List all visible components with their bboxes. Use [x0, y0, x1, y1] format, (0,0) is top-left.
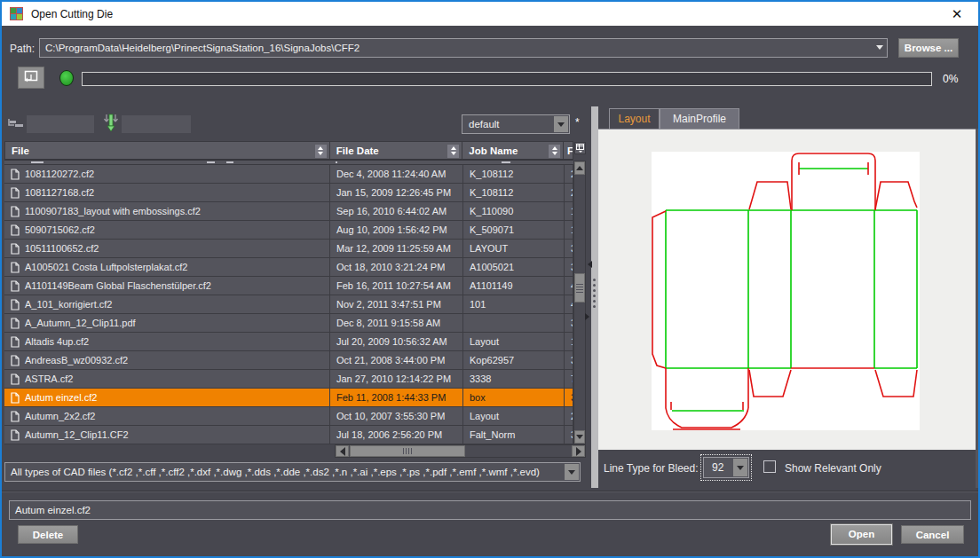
- cell-job-name: K_509071: [463, 221, 565, 239]
- scroll-down-button[interactable]: [574, 430, 585, 444]
- table-row[interactable]: A1101149Beam Global Flaschenstülper.cf2 …: [4, 277, 573, 295]
- table-row[interactable]: Autum einzel.cf2 Feb 11, 2008 1:44:33 PM…: [4, 389, 573, 407]
- table-row[interactable]: Altadis 4up.cf2 Jul 20, 2009 10:56:32 AM…: [4, 333, 573, 351]
- cell-fil-count: 3: [565, 389, 573, 406]
- cell-fil-count: 3: [565, 314, 573, 332]
- path-label: Path:: [10, 43, 35, 55]
- table-vertical-scrollbar[interactable]: [573, 161, 586, 444]
- cell-file-name: A1101149Beam Global Flaschenstülper.cf2: [25, 280, 211, 291]
- chevron-down-icon[interactable]: [876, 45, 883, 53]
- job-filter-input[interactable]: [122, 115, 191, 133]
- scroll-up-button[interactable]: [574, 161, 585, 175]
- cell-file-date: Sep 16, 2010 6:44:02 AM: [330, 202, 463, 220]
- delete-button[interactable]: Delete: [18, 525, 78, 544]
- column-header-fil[interactable]: Fil: [564, 142, 573, 159]
- table-row[interactable]: A1005021 Costa Luftpolsterplakat.cf2 Oct…: [4, 258, 573, 277]
- table-row[interactable]: Autumn_12_Clip11.CF2 Jul 18, 2006 2:56:2…: [4, 426, 573, 444]
- monitor-arrow-icon: [23, 70, 39, 85]
- column-config-button[interactable]: [574, 142, 586, 154]
- tab-layout[interactable]: Layout: [609, 108, 660, 129]
- table-row[interactable]: ASTRA.cf2 Jan 27, 2010 12:14:22 PM 3338 …: [4, 370, 573, 389]
- file-table-header: File File Date Job Name Fil: [4, 141, 573, 161]
- scroll-right-button[interactable]: [572, 445, 585, 457]
- cell-file-name: A_Autumn_12_Clip11.pdf: [25, 318, 136, 328]
- collapse-right-icon[interactable]: [585, 313, 593, 320]
- table-row[interactable]: A_101_korrigiert.cf2 Nov 2, 2011 3:47:51…: [4, 295, 573, 314]
- cell-file-name: A1005021 Costa Luftpolsterplakat.cf2: [25, 262, 187, 272]
- sort-toggle-icon[interactable]: [549, 145, 560, 158]
- cancel-button[interactable]: Cancel: [901, 525, 964, 544]
- table-row[interactable]: 10511100652.cf2 Mar 12, 2009 11:25:59 AM…: [4, 240, 573, 258]
- table-row[interactable]: 1081120272.cf2 Dec 4, 2008 11:24:40 AM K…: [4, 165, 573, 184]
- bleed-label: Line Type for Bleed:: [604, 462, 699, 475]
- file-type-value: All types of CAD files (*.cf2 ,*.cff ,*.…: [11, 467, 540, 477]
- profile-modified-marker: *: [575, 116, 580, 129]
- preview-panel-edge: [976, 129, 980, 488]
- cell-file-name: 5090715062.cf2: [25, 224, 95, 235]
- column-header-file[interactable]: File: [5, 142, 330, 159]
- title-bar[interactable]: Open Cutting Die ✕: [2, 2, 978, 26]
- sort-toggle-icon[interactable]: [315, 145, 327, 158]
- file-icon: [11, 262, 20, 273]
- filename-input[interactable]: Autum einzel.cf2: [9, 500, 971, 520]
- sort-toggle-icon[interactable]: [447, 145, 459, 158]
- cell-fil-count: 1: [565, 333, 573, 350]
- file-icon: [11, 187, 20, 199]
- cell-file-name: AndreasB_wz00932.cf2: [25, 355, 128, 365]
- tree-filter-icon[interactable]: [8, 118, 28, 134]
- profile-combobox[interactable]: default: [462, 114, 570, 134]
- panel-splitter[interactable]: [591, 106, 598, 488]
- filename-value: Autum einzel.cf2: [15, 505, 91, 515]
- cell-file-name: 1100907183_layout with embossings.cf2: [25, 206, 201, 216]
- triangle-left-icon: [336, 447, 345, 456]
- profile-value: default: [469, 119, 500, 130]
- dieline-canvas: [652, 152, 920, 430]
- table-grid-icon: [576, 144, 585, 153]
- browse-button[interactable]: Browse ...: [898, 38, 959, 58]
- cell-fil-count: 3: [565, 258, 573, 276]
- cell-job-name: K_108112: [463, 165, 565, 183]
- cell-file-name: Altadis 4up.cf2: [25, 336, 89, 347]
- show-relevant-label: Show Relevant Only: [785, 462, 881, 475]
- chevron-down-icon[interactable]: [565, 464, 579, 480]
- scroll-left-button[interactable]: [336, 445, 349, 457]
- chevron-down-icon[interactable]: [554, 116, 568, 132]
- path-value: C:\ProgramData\Heidelberg\PrinectSignaSt…: [45, 43, 360, 53]
- table-row[interactable]: 1081127168.cf2 Jan 15, 2009 12:26:45 PM …: [4, 184, 573, 202]
- progress-bar: [82, 72, 932, 86]
- horizontal-scroll-thumb[interactable]: [350, 445, 465, 457]
- chevron-down-icon[interactable]: [733, 459, 747, 476]
- sort-order-icon[interactable]: [103, 114, 119, 137]
- file-icon: [11, 392, 20, 404]
- cell-file-name: Autum einzel.cf2: [25, 392, 97, 403]
- cell-job-name: box: [463, 389, 565, 406]
- open-button[interactable]: Open: [831, 524, 892, 545]
- tab-mainprofile[interactable]: MainProfile: [660, 108, 739, 129]
- table-row[interactable]: 5090715062.cf2 Aug 10, 2009 1:56:42 PM K…: [4, 221, 573, 240]
- column-header-file-date[interactable]: File Date: [330, 142, 463, 159]
- table-row[interactable]: A_Autumn_12_Clip11.pdf Dec 8, 2011 9:15:…: [4, 314, 573, 333]
- cell-job-name: K_110090: [463, 202, 565, 220]
- file-icon: [11, 224, 20, 236]
- vertical-scroll-thumb[interactable]: [574, 273, 585, 303]
- cell-job-name: [463, 314, 565, 332]
- path-combobox[interactable]: C:\ProgramData\Heidelberg\PrinectSignaSt…: [39, 38, 888, 58]
- file-icon: [11, 411, 20, 422]
- cell-file-name: Autumn_2x2.cf2: [25, 411, 96, 421]
- column-header-job-name[interactable]: Job Name: [462, 142, 564, 159]
- table-horizontal-scrollbar[interactable]: [335, 444, 586, 458]
- cell-job-name: LAYOUT: [463, 240, 565, 257]
- bleed-line-type-combobox[interactable]: 92: [703, 457, 749, 478]
- close-icon[interactable]: ✕: [948, 5, 966, 23]
- show-relevant-checkbox[interactable]: [763, 460, 776, 473]
- table-row[interactable]: Autumn_2x2.cf2 Oct 10, 2007 3:55:30 PM L…: [4, 407, 573, 426]
- reload-preview-button[interactable]: [18, 67, 44, 89]
- cell-fil-count: 1: [565, 221, 573, 239]
- table-row[interactable]: AndreasB_wz00932.cf2 Oct 21, 2008 3:44:0…: [4, 351, 573, 370]
- collapse-left-icon[interactable]: [584, 261, 592, 268]
- table-row[interactable]: 1100907183_layout with embossings.cf2 Se…: [4, 202, 573, 221]
- cutting-die-drawing: [652, 152, 920, 430]
- file-type-combobox[interactable]: All types of CAD files (*.cf2 ,*.cff ,*.…: [4, 462, 581, 482]
- name-filter-input[interactable]: [27, 115, 94, 133]
- cell-fil-count: 2: [565, 165, 573, 183]
